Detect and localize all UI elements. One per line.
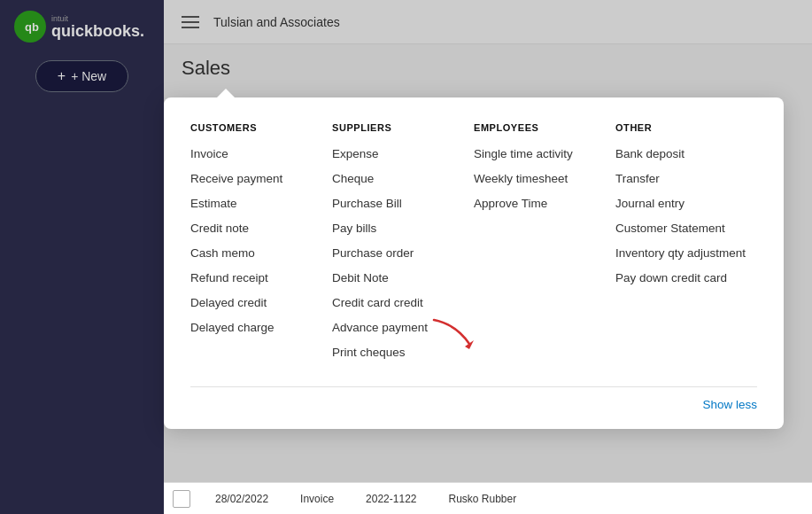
journal-entry-link[interactable]: Journal entry bbox=[615, 197, 684, 210]
other-column: OTHER Bank deposit Transfer Journal entr… bbox=[615, 122, 757, 369]
weekly-timesheet-link[interactable]: Weekly timesheet bbox=[474, 172, 568, 185]
employees-list: Single time activity Weekly timesheet Ap… bbox=[474, 145, 615, 211]
list-item[interactable]: Delayed credit bbox=[190, 294, 332, 310]
cheque-link[interactable]: Cheque bbox=[332, 172, 374, 185]
delayed-credit-link[interactable]: Delayed credit bbox=[190, 296, 267, 309]
list-item[interactable]: Approve Time bbox=[474, 195, 615, 211]
delayed-charge-link[interactable]: Delayed charge bbox=[190, 321, 275, 334]
customer-statement-link[interactable]: Customer Statement bbox=[615, 222, 725, 235]
pay-bills-link[interactable]: Pay bills bbox=[332, 222, 376, 235]
list-item[interactable]: Transfer bbox=[615, 170, 757, 186]
list-item[interactable]: Expense bbox=[332, 145, 474, 161]
single-time-activity-link[interactable]: Single time activity bbox=[474, 147, 573, 160]
list-item[interactable]: Customer Statement bbox=[615, 220, 757, 236]
customers-list: Invoice Receive payment Estimate Credit … bbox=[190, 145, 332, 335]
expense-link[interactable]: Expense bbox=[332, 147, 379, 160]
receive-payment-link[interactable]: Receive payment bbox=[190, 172, 282, 185]
print-cheques-link[interactable]: Print cheques bbox=[332, 346, 406, 359]
inventory-qty-adjustment-link[interactable]: Inventory qty adjustment bbox=[615, 246, 746, 260]
employees-column: EMPLOYEES Single time activity Weekly ti… bbox=[474, 122, 615, 369]
advance-payment-link[interactable]: Advance payment bbox=[332, 321, 428, 334]
invoice-link[interactable]: Invoice bbox=[190, 147, 228, 160]
list-item[interactable]: Receive payment bbox=[190, 170, 332, 186]
approve-time-link[interactable]: Approve Time bbox=[474, 197, 547, 210]
list-item[interactable]: Refund receipt bbox=[190, 269, 332, 285]
show-less-button[interactable]: Show less bbox=[702, 398, 757, 411]
suppliers-column: SUPPLIERS Expense Cheque Purchase Bill P… bbox=[332, 122, 474, 369]
bottom-table-row: 28/02/2022 Invoice 2022-1122 Rusko Rubbe… bbox=[164, 482, 812, 514]
list-item[interactable]: Inventory qty adjustment bbox=[615, 245, 757, 261]
bank-deposit-link[interactable]: Bank deposit bbox=[615, 147, 684, 160]
list-item[interactable]: Single time activity bbox=[474, 145, 615, 161]
list-item[interactable]: Purchase Bill bbox=[332, 195, 474, 211]
purchase-bill-link[interactable]: Purchase Bill bbox=[332, 197, 402, 210]
list-item[interactable]: Cash memo bbox=[190, 245, 332, 261]
list-item[interactable]: Advance payment bbox=[332, 319, 474, 335]
employees-heading: EMPLOYEES bbox=[474, 122, 615, 133]
list-item[interactable]: Pay bills bbox=[332, 220, 474, 236]
date-cell: 28/02/2022 bbox=[208, 493, 275, 505]
list-item[interactable]: Journal entry bbox=[615, 195, 757, 211]
list-item[interactable]: Purchase order bbox=[332, 245, 474, 261]
estimate-link[interactable]: Estimate bbox=[190, 197, 237, 210]
refund-receipt-link[interactable]: Refund receipt bbox=[190, 271, 268, 284]
number-cell: 2022-1122 bbox=[359, 493, 423, 505]
list-item[interactable]: Debit Note bbox=[332, 269, 474, 285]
list-item[interactable]: Credit card credit bbox=[332, 294, 474, 310]
type-cell: Invoice bbox=[293, 493, 341, 505]
customers-heading: CUSTOMERS bbox=[190, 122, 332, 133]
svg-marker-2 bbox=[465, 340, 474, 349]
customers-column: CUSTOMERS Invoice Receive payment Estima… bbox=[190, 122, 332, 369]
list-item[interactable]: Cheque bbox=[332, 170, 474, 186]
credit-card-credit-link[interactable]: Credit card credit bbox=[332, 296, 423, 309]
new-menu-dropdown: CUSTOMERS Invoice Receive payment Estima… bbox=[164, 97, 784, 429]
purchase-order-link[interactable]: Purchase order bbox=[332, 246, 414, 260]
cash-memo-link[interactable]: Cash memo bbox=[190, 246, 255, 260]
menu-columns: CUSTOMERS Invoice Receive payment Estima… bbox=[190, 122, 757, 369]
suppliers-heading: SUPPLIERS bbox=[332, 122, 474, 133]
credit-note-link[interactable]: Credit note bbox=[190, 222, 249, 235]
list-item[interactable]: Estimate bbox=[190, 195, 332, 211]
list-item[interactable]: Delayed charge bbox=[190, 319, 332, 335]
list-item[interactable]: Invoice bbox=[190, 145, 332, 161]
transfer-link[interactable]: Transfer bbox=[615, 172, 660, 185]
red-arrow-annotation bbox=[429, 315, 478, 349]
list-item[interactable]: Bank deposit bbox=[615, 145, 757, 161]
debit-note-link[interactable]: Debit Note bbox=[332, 271, 389, 284]
list-item[interactable]: Credit note bbox=[190, 220, 332, 236]
pay-down-credit-card-link[interactable]: Pay down credit card bbox=[615, 271, 727, 284]
other-heading: OTHER bbox=[615, 122, 757, 133]
list-item[interactable]: Pay down credit card bbox=[615, 269, 757, 285]
row-checkbox[interactable] bbox=[173, 490, 190, 508]
suppliers-list: Expense Cheque Purchase Bill Pay bills P… bbox=[332, 145, 474, 360]
dropdown-footer: Show less bbox=[190, 386, 757, 411]
customer-cell: Rusko Rubber bbox=[441, 493, 523, 505]
list-item[interactable]: Weekly timesheet bbox=[474, 170, 615, 186]
other-list: Bank deposit Transfer Journal entry Cust… bbox=[615, 145, 757, 285]
